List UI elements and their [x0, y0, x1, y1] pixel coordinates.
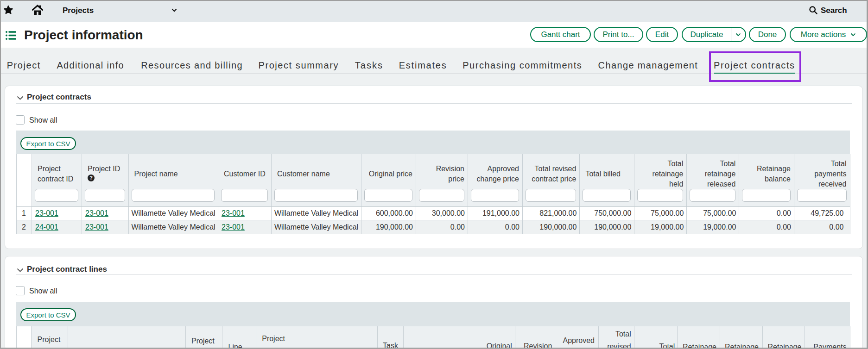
svg-text:?: ? [89, 175, 93, 181]
